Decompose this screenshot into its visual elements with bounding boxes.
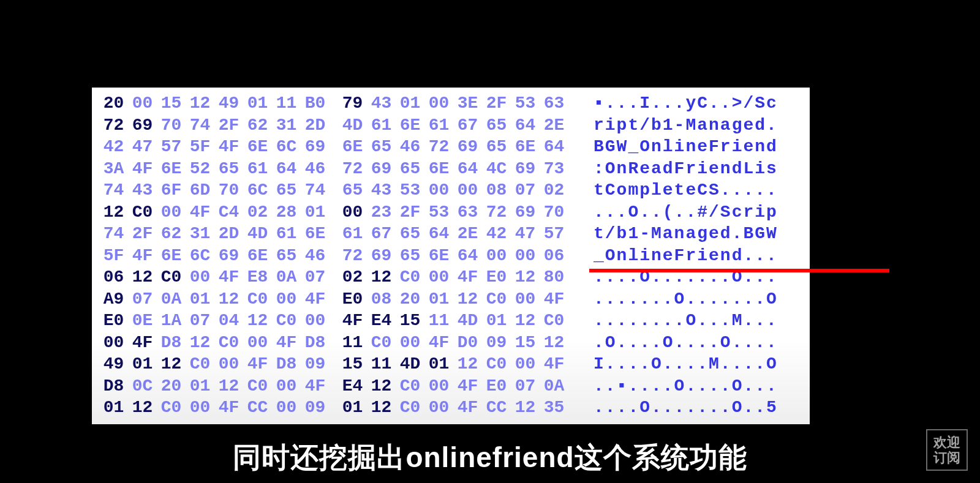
hex-byte: 00 xyxy=(301,310,330,332)
hex-byte: 06 xyxy=(540,245,568,267)
hex-row: 12C0004FC402280100232F5363726970...O..(.… xyxy=(99,201,802,223)
ascii-decoded: ........O...M... xyxy=(594,310,780,332)
hex-byte: 02 xyxy=(243,201,272,223)
hex-byte: 11 xyxy=(367,353,396,375)
ascii-decoded: BGW_OnlineFriend xyxy=(594,136,780,158)
hex-byte: 09 xyxy=(482,332,511,354)
hex-byte: 4F xyxy=(540,288,568,310)
hex-byte: 6E xyxy=(424,158,453,180)
hex-byte: 12 xyxy=(157,353,186,375)
hex-byte: 12 xyxy=(243,310,272,332)
hex-byte: 15 xyxy=(396,310,424,332)
hex-byte: 65 xyxy=(272,179,301,201)
hex-byte: C0 xyxy=(243,288,272,310)
hex-row: 004FD812C0004FD811C0004FD0091512.O....O.… xyxy=(99,332,802,354)
hex-byte: 12 xyxy=(367,375,396,397)
hex-byte: 12 xyxy=(540,332,568,354)
hex-byte: 12 xyxy=(99,201,128,223)
hex-byte: D0 xyxy=(453,332,482,354)
hex-byte: 43 xyxy=(367,92,396,114)
hex-byte: 0A xyxy=(157,288,186,310)
hex-byte: 00 xyxy=(511,245,540,267)
hex-byte: 0C xyxy=(128,375,157,397)
hex-byte: 74 xyxy=(301,179,330,201)
hex-byte: 64 xyxy=(424,223,453,245)
ascii-decoded: ..▪....O....O... xyxy=(594,375,780,397)
hex-byte: 00 xyxy=(128,92,157,114)
hex-byte: 63 xyxy=(540,92,568,114)
hex-byte: 67 xyxy=(453,114,482,137)
hex-byte: 01 xyxy=(301,201,330,223)
hex-byte: 4F xyxy=(214,136,243,158)
hex-row: 0112C0004FCC00090112C0004FCC1235....O...… xyxy=(99,397,802,419)
hex-byte: 00 xyxy=(482,245,511,267)
hex-byte: 23 xyxy=(367,201,396,223)
hex-byte: 63 xyxy=(453,201,482,223)
hex-byte: 12 xyxy=(367,397,396,419)
hex-byte: 42 xyxy=(482,223,511,245)
hex-byte: 01 xyxy=(424,353,453,375)
hex-byte: 4F xyxy=(453,266,482,288)
hex-byte: 2F xyxy=(128,223,157,245)
hex-byte: 01 xyxy=(186,375,214,397)
hex-byte: 00 xyxy=(424,375,453,397)
hex-byte: 49 xyxy=(99,353,128,375)
hex-byte: 0A xyxy=(540,375,568,397)
hex-byte: 74 xyxy=(99,223,128,245)
hex-byte: 72 xyxy=(338,245,367,267)
hex-byte: 6D xyxy=(186,179,214,201)
hex-byte: 69 xyxy=(367,158,396,180)
hex-byte: 6E xyxy=(511,136,540,158)
hex-byte: 4C xyxy=(482,158,511,180)
hex-byte: B0 xyxy=(301,92,330,114)
hex-byte: C0 xyxy=(482,353,511,375)
hex-byte: 72 xyxy=(338,158,367,180)
hex-byte: 00 xyxy=(396,332,424,354)
hex-byte: 4F xyxy=(301,288,330,310)
hex-byte: 70 xyxy=(540,201,568,223)
hex-byte: 69 xyxy=(214,245,243,267)
hex-byte: 12 xyxy=(511,397,540,419)
hex-byte: 0E xyxy=(128,310,157,332)
ascii-decoded: ...O..(..#/Scrip xyxy=(594,201,780,223)
hex-byte: C0 xyxy=(396,266,424,288)
hex-byte: 4F xyxy=(214,397,243,419)
hex-byte: E0 xyxy=(482,375,511,397)
hex-byte: 4F xyxy=(540,353,568,375)
watermark-line2: 订阅 xyxy=(933,450,960,465)
hex-row: 490112C0004FD80915114D0112C0004FI....O..… xyxy=(99,353,802,375)
hex-byte: 43 xyxy=(128,179,157,201)
hex-byte: 61 xyxy=(424,114,453,137)
ascii-decoded: t/b1-Managed.BGW xyxy=(594,223,780,245)
hex-byte: 01 xyxy=(338,397,367,419)
hex-byte: C0 xyxy=(157,397,186,419)
hex-byte: 00 xyxy=(214,353,243,375)
hex-byte: 15 xyxy=(338,353,367,375)
hex-byte: 4F xyxy=(338,310,367,332)
ascii-decoded: :OnReadFriendLis xyxy=(594,158,780,180)
hex-byte: 5F xyxy=(186,136,214,158)
hex-byte: 12 xyxy=(511,266,540,288)
hex-byte: D8 xyxy=(157,332,186,354)
hex-byte: 3E xyxy=(453,92,482,114)
hex-byte: 00 xyxy=(424,92,453,114)
hex-byte: 6E xyxy=(424,245,453,267)
hex-row: 742F62312D4D616E616765642E424757t/b1-Man… xyxy=(99,223,802,245)
hex-byte: 64 xyxy=(540,136,568,158)
hex-byte: 80 xyxy=(540,266,568,288)
hex-byte: 00 xyxy=(511,353,540,375)
hex-byte: 65 xyxy=(396,223,424,245)
hex-byte: 4F xyxy=(453,397,482,419)
hex-byte: 12 xyxy=(128,266,157,288)
hex-byte: 69 xyxy=(367,245,396,267)
hex-byte: 01 xyxy=(396,92,424,114)
hex-byte: C0 xyxy=(367,332,396,354)
hex-byte: 20 xyxy=(157,375,186,397)
hex-byte: 11 xyxy=(424,310,453,332)
hex-byte: D8 xyxy=(272,353,301,375)
hex-dump-panel: 20001512490111B0794301003E2F5363▪...I...… xyxy=(92,88,810,424)
hex-byte: 4F xyxy=(128,158,157,180)
hex-row: A9070A0112C0004FE008200112C0004F.......O… xyxy=(99,288,802,310)
hex-byte: 01 xyxy=(424,288,453,310)
hex-byte: 65 xyxy=(396,158,424,180)
